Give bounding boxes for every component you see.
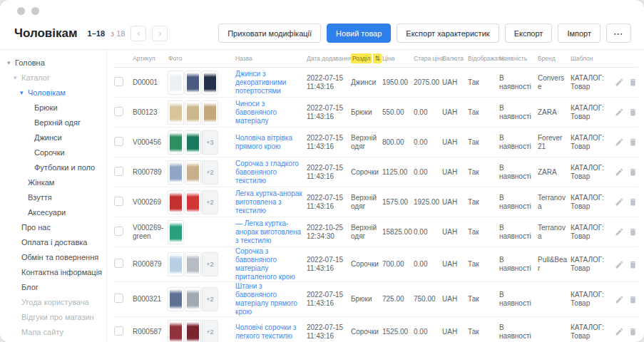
edit-pencil-icon[interactable] <box>615 167 624 177</box>
sidebar-item[interactable]: Блог <box>0 279 106 294</box>
sidebar-item[interactable]: Про нас <box>0 219 106 234</box>
column-header-currency[interactable]: Валюта <box>442 55 468 62</box>
sidebar-item[interactable]: Взуття <box>0 190 106 204</box>
column-header-date[interactable]: Дата додавання <box>307 55 351 62</box>
product-photo[interactable] <box>185 131 200 154</box>
product-photo[interactable] <box>203 101 218 124</box>
column-header-oldprice[interactable]: Стара ціна <box>414 55 442 62</box>
delete-trash-icon[interactable] <box>628 197 638 207</box>
sidebar-item[interactable]: Сорочки <box>0 145 106 160</box>
sidebar-item[interactable]: Джинси <box>0 130 106 145</box>
sidebar-item[interactable]: Обмін та повернення <box>0 249 106 264</box>
product-photo[interactable] <box>168 288 183 311</box>
product-photo[interactable] <box>203 71 218 94</box>
sidebar-item[interactable]: Мапа сайту <box>0 324 106 339</box>
row-checkbox[interactable] <box>114 227 123 236</box>
chevron-down-icon[interactable]: ▾ <box>7 59 15 66</box>
delete-trash-icon[interactable] <box>628 327 638 336</box>
edit-pencil-icon[interactable] <box>615 197 624 207</box>
more-photos-badge[interactable]: +2 <box>203 288 218 311</box>
product-photo[interactable] <box>168 253 183 276</box>
product-photo[interactable] <box>185 101 200 124</box>
edit-pencil-icon[interactable] <box>615 78 624 87</box>
product-photo[interactable] <box>185 288 200 311</box>
row-checkbox[interactable] <box>114 326 123 336</box>
pagination-prev-button[interactable]: ‹ <box>131 26 146 41</box>
row-checkbox[interactable] <box>114 107 123 116</box>
product-photo[interactable] <box>168 191 183 214</box>
more-photos-badge[interactable]: +2 <box>203 253 218 276</box>
product-name-link[interactable]: Сорочка з бавовняного матеріалу притален… <box>235 247 295 281</box>
product-name-link[interactable]: Чоловіча вітрівка прямого крою <box>235 134 292 150</box>
sidebar-item[interactable]: Аксесуари <box>0 204 106 219</box>
more-photos-badge[interactable]: +3 <box>203 131 218 154</box>
row-checkbox[interactable] <box>114 259 123 268</box>
product-photo[interactable] <box>168 161 183 184</box>
more-photos-badge[interactable]: +2 <box>203 161 218 184</box>
sidebar-item[interactable]: Брюки <box>0 100 106 115</box>
column-header-price[interactable]: Ціна <box>382 55 414 62</box>
product-name-link[interactable]: Штани з бавовняного матеріалу прямого кр… <box>235 282 297 316</box>
sidebar-item[interactable]: Жінкам <box>0 175 106 190</box>
pagination-next-button[interactable]: › <box>152 26 168 41</box>
product-photo[interactable] <box>185 253 200 276</box>
delete-trash-icon[interactable] <box>628 138 638 147</box>
sort-icon[interactable]: ⇅ <box>373 53 382 63</box>
product-photo[interactable] <box>168 71 183 94</box>
sidebar-item[interactable]: ▾Каталог <box>0 70 106 85</box>
column-header-name[interactable]: Назва <box>235 55 307 62</box>
sidebar-item[interactable]: Угода користувача <box>0 294 106 309</box>
row-checkbox[interactable] <box>114 77 123 86</box>
more-actions-button[interactable]: ⋯ <box>606 24 631 43</box>
edit-pencil-icon[interactable] <box>615 108 624 117</box>
delete-trash-icon[interactable] <box>628 108 638 117</box>
delete-trash-icon[interactable] <box>628 295 638 304</box>
column-header-stock[interactable]: Наявність <box>499 55 538 62</box>
product-name-link[interactable]: Легка куртка-анорак виготовлена з тексти… <box>235 190 302 214</box>
product-name-link[interactable]: — Легка куртка-анорак виготовлена з текс… <box>235 219 301 244</box>
product-name-link[interactable]: Сорочка з гладкого бавовняного текстилю <box>235 160 299 185</box>
more-photos-badge[interactable]: +2 <box>203 191 218 214</box>
window-control-icon[interactable] <box>31 7 39 15</box>
column-header-section[interactable]: Розділ⇅ <box>351 55 382 62</box>
product-photo[interactable] <box>168 101 183 124</box>
product-name-link[interactable]: Чоловічі сорочки з легкого текстилю <box>235 323 296 340</box>
column-header-photo[interactable]: Фото <box>168 55 235 62</box>
delete-trash-icon[interactable] <box>628 227 638 237</box>
sorted-column-label[interactable]: Розділ <box>351 53 372 63</box>
product-name-link[interactable]: Джинси з декоративними потертостями <box>235 70 286 95</box>
chevron-down-icon[interactable]: ▾ <box>20 89 28 96</box>
product-name-link[interactable]: Чиноси з бавовняного матеріалу <box>235 100 277 125</box>
sidebar-item[interactable]: Оплата і доставка <box>0 234 106 249</box>
sidebar-item[interactable]: Відгуки про магазин <box>0 309 106 324</box>
column-header-brand[interactable]: Бренд <box>538 55 571 62</box>
column-header-template[interactable]: Шаблон <box>571 55 613 62</box>
delete-trash-icon[interactable] <box>628 167 638 177</box>
chevron-down-icon[interactable]: ▾ <box>14 74 21 81</box>
row-checkbox[interactable] <box>114 137 123 146</box>
edit-pencil-icon[interactable] <box>615 327 624 336</box>
new-product-button[interactable]: Новий товар <box>327 24 391 43</box>
column-header-display[interactable]: Відображати <box>468 55 499 62</box>
product-photo[interactable] <box>185 161 200 184</box>
edit-pencil-icon[interactable] <box>615 295 624 304</box>
row-checkbox[interactable] <box>114 167 123 176</box>
product-photo[interactable] <box>185 191 200 214</box>
delete-trash-icon[interactable] <box>628 78 638 87</box>
row-checkbox[interactable] <box>114 294 123 303</box>
sidebar-item[interactable]: ▾Головна <box>0 55 106 70</box>
column-header-sku[interactable]: Артикул <box>133 55 168 62</box>
product-photo[interactable] <box>168 321 183 342</box>
hide-modifications-button[interactable]: Приховати модифікації <box>218 24 321 43</box>
sidebar-item[interactable]: Контактна інформація <box>0 264 106 279</box>
product-photo[interactable] <box>185 71 200 94</box>
edit-pencil-icon[interactable] <box>615 260 624 269</box>
sidebar-item[interactable]: ▾Чоловікам <box>0 85 106 100</box>
edit-pencil-icon[interactable] <box>615 227 624 237</box>
delete-trash-icon[interactable] <box>628 260 638 269</box>
product-photo[interactable] <box>168 131 183 154</box>
product-photo[interactable] <box>185 321 200 342</box>
row-checkbox[interactable] <box>114 197 123 206</box>
export-characteristics-button[interactable]: Експорт характеристик <box>397 24 499 43</box>
product-photo[interactable] <box>168 221 183 244</box>
